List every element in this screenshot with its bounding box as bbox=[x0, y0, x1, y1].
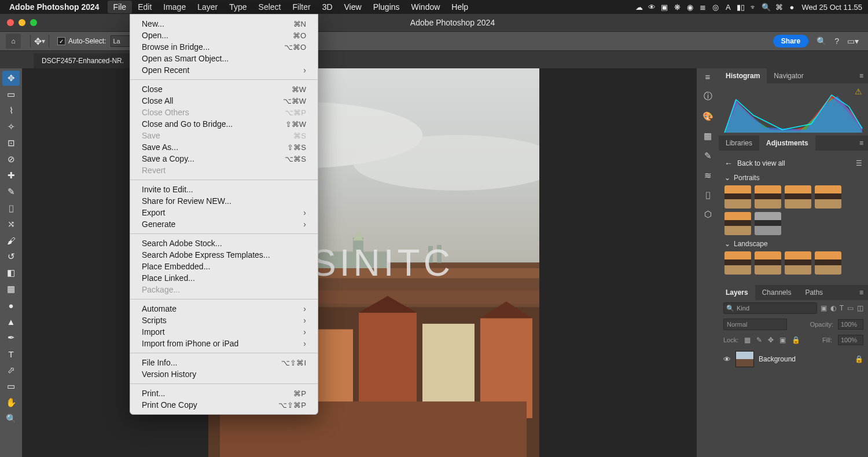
filter-shape-icon[interactable]: ▭ bbox=[847, 304, 854, 312]
menu-item-place-linked[interactable]: Place Linked... bbox=[130, 272, 318, 284]
opacity-value[interactable]: 100% bbox=[838, 319, 863, 330]
menu-item-place-embedded[interactable]: Place Embedded... bbox=[130, 261, 318, 272]
menubar-item-file[interactable]: File bbox=[108, 1, 133, 13]
menu-item-share-for-review-new[interactable]: Share for Review NEW... bbox=[130, 195, 318, 207]
menu-item-search-adobe-stock[interactable]: Search Adobe Stock... bbox=[130, 237, 318, 249]
menu-item-print[interactable]: Print...⌘P bbox=[130, 387, 318, 399]
tool-zoom[interactable]: 🔍 bbox=[2, 411, 20, 426]
adj-section-landscape-header[interactable]: ⌄Landscape bbox=[724, 240, 862, 248]
tool-stamp[interactable]: ⌷ bbox=[2, 200, 20, 215]
menubar-item-help[interactable]: Help bbox=[446, 1, 474, 13]
fill-value[interactable]: 100% bbox=[838, 335, 863, 345]
filter-adjust-icon[interactable]: ◐ bbox=[830, 304, 836, 312]
menubar-item-window[interactable]: Window bbox=[406, 1, 446, 13]
clone-panel-icon[interactable]: ⌷ bbox=[705, 190, 711, 200]
adj-section-portraits-header[interactable]: ⌄Portraits bbox=[724, 174, 862, 182]
tool-type[interactable]: T bbox=[2, 346, 20, 361]
brush-settings-panel-icon[interactable]: ≋ bbox=[704, 170, 712, 181]
tab-histogram[interactable]: Histogram bbox=[719, 68, 767, 83]
tv-icon[interactable]: ▣ bbox=[658, 3, 671, 12]
menu-item-import[interactable]: Import› bbox=[130, 326, 318, 338]
menu-item-browse-in-bridge[interactable]: Browse in Bridge...⌥⌘O bbox=[130, 41, 318, 53]
sliders-panel-icon[interactable]: ≡ bbox=[705, 72, 711, 82]
menu-item-print-one-copy[interactable]: Print One Copy⌥⇧⌘P bbox=[130, 399, 318, 411]
home-button[interactable]: ⌂ bbox=[6, 34, 21, 49]
menu-item-open-as-smart-object[interactable]: Open as Smart Object... bbox=[130, 53, 318, 64]
menu-item-close-all[interactable]: Close All⌥⌘W bbox=[130, 95, 318, 107]
filter-smart-icon[interactable]: ◫ bbox=[857, 304, 863, 312]
menubar-item-plugins[interactable]: Plugins bbox=[367, 1, 406, 13]
panel-menu-icon[interactable]: ≡ bbox=[855, 139, 868, 147]
menu-item-close-and-go-to-bridge[interactable]: Close and Go to Bridge...⇧⌘W bbox=[130, 118, 318, 130]
tool-hand[interactable]: ✋ bbox=[2, 395, 20, 410]
window-close-button[interactable] bbox=[7, 19, 14, 26]
tool-eraser[interactable]: ◧ bbox=[2, 265, 20, 280]
menubar-item-3d[interactable]: 3D bbox=[317, 1, 339, 13]
menubar-item-filter[interactable]: Filter bbox=[287, 1, 317, 13]
tab-channels[interactable]: Channels bbox=[755, 285, 799, 300]
tool-history[interactable]: ↺ bbox=[2, 249, 20, 264]
search-icon[interactable]: 🔍 bbox=[816, 36, 826, 46]
lock-brush-icon[interactable]: ✎ bbox=[756, 336, 762, 344]
panel-menu-icon[interactable]: ≡ bbox=[855, 288, 868, 297]
tool-brush[interactable]: ✎ bbox=[2, 184, 20, 199]
list-view-icon[interactable]: ☰ bbox=[856, 159, 862, 167]
tool-path[interactable]: ⬀ bbox=[2, 363, 20, 378]
tool-move[interactable]: ✥ bbox=[2, 71, 20, 86]
window-minimize-button[interactable] bbox=[19, 19, 25, 26]
tool-eyedrop[interactable]: ⊘ bbox=[2, 152, 20, 167]
siri-icon[interactable]: ● bbox=[785, 3, 798, 12]
tab-adjustments[interactable]: Adjustments bbox=[759, 136, 815, 151]
wifi-icon[interactable]: ᯤ bbox=[747, 3, 760, 12]
peacock-icon[interactable]: ❋ bbox=[671, 3, 683, 12]
menu-item-automate[interactable]: Automate› bbox=[130, 303, 318, 315]
target-icon[interactable]: ◎ bbox=[709, 3, 722, 12]
window-zoom-button[interactable] bbox=[30, 19, 37, 26]
tab-libraries[interactable]: Libraries bbox=[719, 136, 759, 151]
cube-panel-icon[interactable]: ⬡ bbox=[704, 209, 712, 220]
menu-item-import-from-iphone-or-ipad[interactable]: Import from iPhone or iPad› bbox=[130, 338, 318, 349]
canvas[interactable]: S SINITC bbox=[22, 68, 697, 457]
layer-visibility-icon[interactable]: 👁 bbox=[723, 355, 731, 364]
swatches-panel-icon[interactable]: ▦ bbox=[704, 131, 712, 141]
cloud-icon[interactable]: ☁ bbox=[632, 3, 645, 12]
stack-icon[interactable]: ≣ bbox=[696, 3, 709, 12]
adjustment-preset[interactable] bbox=[724, 185, 751, 209]
menu-item-invite-to-edit[interactable]: Invite to Edit... bbox=[130, 184, 318, 195]
tool-wand[interactable]: ✧ bbox=[2, 119, 20, 134]
menubar-item-layer[interactable]: Layer bbox=[192, 1, 223, 13]
filter-image-icon[interactable]: ▣ bbox=[821, 304, 827, 312]
adjustment-preset[interactable] bbox=[724, 212, 751, 235]
workspace-switcher-icon[interactable]: ▭▾ bbox=[847, 36, 859, 46]
menu-item-version-history[interactable]: Version History bbox=[130, 368, 318, 380]
menu-item-file-info[interactable]: File Info...⌥⇧⌘I bbox=[130, 357, 318, 368]
adjustment-preset[interactable] bbox=[755, 212, 781, 235]
menu-item-scripts[interactable]: Scripts› bbox=[130, 315, 318, 326]
panel-menu-icon[interactable]: ≡ bbox=[855, 72, 868, 80]
menu-item-open-recent[interactable]: Open Recent› bbox=[130, 64, 318, 76]
filter-type-icon[interactable]: T bbox=[840, 304, 844, 312]
tool-shape[interactable]: ▭ bbox=[2, 379, 20, 394]
tool-paint[interactable]: 🖌 bbox=[2, 233, 20, 248]
histogram-warning-icon[interactable]: ⚠ bbox=[855, 87, 862, 96]
menu-item-save-a-copy[interactable]: Save a Copy...⌥⌘S bbox=[130, 153, 318, 164]
tool-fill[interactable]: ▦ bbox=[2, 281, 20, 297]
palette-panel-icon[interactable]: 🎨 bbox=[703, 111, 713, 122]
menu-item-open[interactable]: Open...⌘O bbox=[130, 30, 318, 41]
adjustment-preset[interactable] bbox=[724, 251, 751, 275]
adjustments-back-button[interactable]: ← Back to view all ☰ bbox=[724, 159, 862, 168]
auto-select-target-dropdown[interactable]: La bbox=[111, 35, 131, 47]
menubar-item-select[interactable]: Select bbox=[253, 1, 287, 13]
tool-pen[interactable]: ✒ bbox=[2, 330, 20, 345]
menu-item-new[interactable]: New...⌘N bbox=[130, 18, 318, 30]
eye-icon[interactable]: 👁 bbox=[645, 3, 658, 12]
adjustment-preset[interactable] bbox=[755, 185, 781, 209]
rec-icon[interactable]: ◉ bbox=[683, 3, 696, 12]
menubar-item-type[interactable]: Type bbox=[223, 1, 252, 13]
tool-blur[interactable]: ● bbox=[2, 298, 20, 313]
tool-sharpen[interactable]: ▲ bbox=[2, 314, 20, 329]
help-icon[interactable]: ? bbox=[834, 36, 839, 46]
lock-artboard-icon[interactable]: ▣ bbox=[779, 336, 786, 344]
lock-all-icon[interactable]: 🔒 bbox=[792, 336, 800, 344]
menubar-item-edit[interactable]: Edit bbox=[132, 1, 157, 13]
